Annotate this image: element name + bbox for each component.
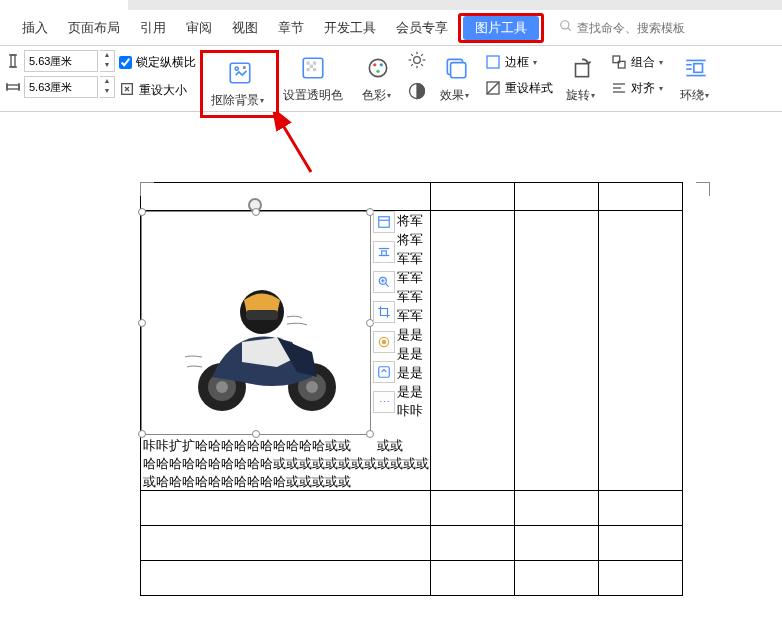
annotation-highlight-tab: 图片工具	[458, 13, 544, 43]
svg-line-1	[568, 28, 571, 31]
reset-size-icon	[119, 81, 135, 100]
resize-handle-tl[interactable]	[138, 208, 146, 216]
svg-line-22	[421, 64, 423, 66]
svg-point-45	[216, 381, 228, 393]
svg-point-12	[369, 59, 386, 76]
svg-rect-11	[303, 58, 323, 78]
search-input[interactable]	[577, 21, 697, 35]
transparent-icon	[299, 54, 327, 82]
height-icon	[4, 52, 22, 70]
tab-review[interactable]: 审阅	[176, 13, 222, 43]
group-button[interactable]: 组合▾	[611, 50, 667, 74]
svg-rect-28	[487, 56, 499, 68]
svg-point-16	[414, 57, 421, 64]
width-icon	[4, 78, 22, 96]
svg-line-42	[281, 122, 311, 172]
remove-bg-icon	[226, 59, 254, 87]
page-corner-tl	[140, 182, 154, 196]
tab-chapter[interactable]: 章节	[268, 13, 314, 43]
document-table: ⋯ 将军将军 军军 军军军军 军军 是是 是是 是是 是是 咔咔 咔咔扩扩哈哈哈…	[140, 182, 683, 596]
annotation-arrow	[256, 112, 336, 192]
svg-point-14	[380, 63, 383, 66]
svg-point-0	[561, 21, 569, 29]
svg-line-30	[487, 82, 499, 94]
effect-button[interactable]: 效果▾	[431, 50, 481, 108]
reset-size-button[interactable]: 重设大小	[119, 78, 196, 102]
height-down[interactable]: ▼	[100, 61, 114, 71]
width-input[interactable]	[24, 76, 98, 98]
effect-icon	[442, 54, 470, 82]
svg-rect-27	[451, 63, 466, 78]
svg-rect-31	[576, 64, 589, 77]
cell-text-overlay: 将军将军 军军 军军军军 军军 是是 是是 是是 是是 咔咔	[371, 211, 431, 420]
svg-point-48	[306, 381, 318, 393]
svg-line-23	[411, 64, 413, 66]
height-up[interactable]: ▲	[100, 51, 114, 61]
set-transparent-button[interactable]: 设置透明色	[277, 50, 349, 108]
tab-page-layout[interactable]: 页面布局	[58, 13, 130, 43]
page-corner-tr	[696, 182, 710, 196]
svg-rect-5	[7, 85, 19, 89]
tab-dev-tools[interactable]: 开发工具	[314, 13, 386, 43]
reset-style-button[interactable]: 重设样式	[485, 76, 553, 100]
motorcycle-image	[182, 282, 352, 412]
height-input[interactable]	[24, 50, 98, 72]
svg-point-10	[235, 67, 238, 70]
chevron-down-icon: ▾	[465, 91, 473, 100]
wrap-button[interactable]: 环绕▾	[671, 50, 721, 108]
annotation-highlight-button: 抠除背景▾	[200, 50, 279, 118]
resize-handle-tm[interactable]	[252, 208, 260, 216]
svg-line-24	[421, 54, 423, 56]
remove-bg-button[interactable]: 抠除背景▾	[205, 55, 274, 113]
wrap-icon	[682, 54, 710, 82]
color-button[interactable]: 色彩▾	[353, 50, 403, 108]
resize-handle-ml[interactable]	[138, 319, 146, 327]
width-up[interactable]: ▲	[100, 77, 114, 87]
rotate-icon	[568, 54, 596, 82]
tab-insert[interactable]: 插入	[12, 13, 58, 43]
border-button[interactable]: 边框▾	[485, 50, 553, 74]
search-icon	[559, 19, 573, 36]
selected-image[interactable]	[141, 211, 371, 435]
color-icon	[364, 54, 392, 82]
brightness-icon[interactable]	[407, 50, 427, 73]
contrast-icon[interactable]	[407, 81, 427, 104]
tab-picture-tools[interactable]: 图片工具	[463, 16, 539, 40]
svg-point-15	[376, 70, 379, 73]
width-down[interactable]: ▼	[100, 87, 114, 97]
svg-line-21	[411, 54, 413, 56]
cell-text: 咔咔扩扩哈哈哈哈哈哈哈哈哈哈或或或或 哈哈哈哈哈哈哈哈哈哈或或或或或或或或或或或…	[141, 435, 431, 493]
svg-point-13	[373, 63, 376, 66]
tab-reference[interactable]: 引用	[130, 13, 176, 43]
chevron-down-icon: ▾	[591, 91, 599, 100]
chevron-down-icon: ▾	[387, 91, 395, 100]
lock-ratio-label: 锁定纵横比	[136, 54, 196, 71]
svg-rect-39	[694, 64, 703, 73]
lock-ratio-checkbox[interactable]	[119, 56, 132, 69]
align-button[interactable]: 对齐▾	[611, 76, 667, 100]
tab-view[interactable]: 视图	[222, 13, 268, 43]
tab-member[interactable]: 会员专享	[386, 13, 458, 43]
chevron-down-icon: ▾	[260, 96, 268, 105]
rotate-button[interactable]: 旋转▾	[557, 50, 607, 108]
svg-rect-2	[11, 55, 15, 67]
chevron-down-icon: ▾	[705, 91, 713, 100]
svg-rect-50	[246, 310, 278, 320]
